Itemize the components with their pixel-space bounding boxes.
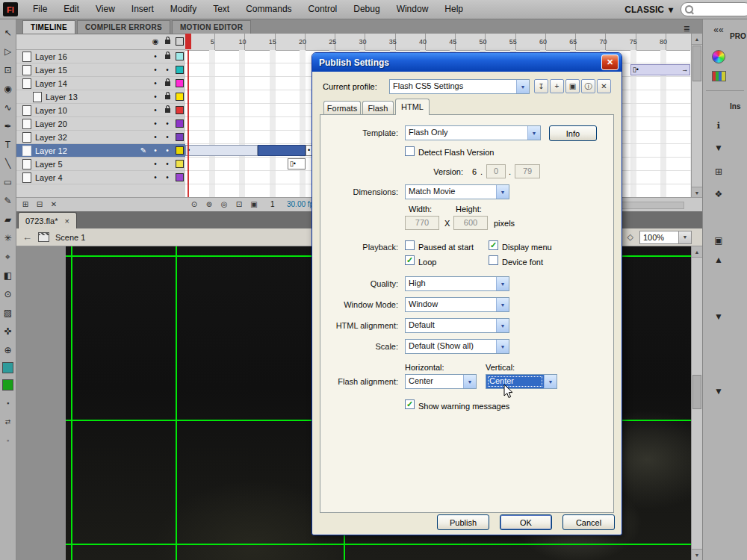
black-white-chip-icon[interactable]: ▪: [1, 396, 15, 409]
dialog-tab-html[interactable]: HTML: [395, 99, 430, 115]
edit-symbol-icon[interactable]: ◇: [627, 232, 633, 242]
panel-expander-icon[interactable]: ▼: [710, 143, 727, 153]
scrollbar-thumb[interactable]: [692, 375, 701, 409]
display-menu-checkbox[interactable]: ✓: [489, 240, 498, 250]
layer-visibility-dot[interactable]: •: [149, 79, 161, 87]
layer-visibility-dot[interactable]: •: [149, 119, 161, 128]
close-icon[interactable]: ×: [64, 217, 69, 225]
layer-row-layer-13[interactable]: Layer 13•: [16, 90, 185, 104]
align-panel-icon[interactable]: ⊞: [710, 167, 727, 177]
edit-multiple-frames-icon[interactable]: ⊡: [233, 199, 245, 210]
version-minor-field[interactable]: 0: [486, 164, 506, 178]
collapse-dock-icon[interactable]: ««: [710, 25, 727, 35]
layer-visibility-dot[interactable]: •: [149, 52, 161, 60]
window-mode-select[interactable]: Window ▼: [405, 297, 509, 312]
brush-tool[interactable]: ▰: [1, 213, 15, 225]
delete-profile-button[interactable]: ✕: [597, 79, 611, 93]
zoom-tool[interactable]: ⊕: [1, 343, 15, 356]
swap-colors-icon[interactable]: ⇄: [1, 415, 15, 428]
panel-expander2-icon[interactable]: ▼: [710, 311, 727, 322]
dialog-tab-formats[interactable]: Formats: [323, 101, 361, 114]
lasso-tool[interactable]: ∿: [1, 101, 15, 113]
close-button[interactable]: ✕: [601, 55, 619, 70]
version-revision-field[interactable]: 79: [515, 164, 540, 178]
layer-row-layer-12[interactable]: Layer 12✎••: [16, 144, 185, 158]
menu-modify[interactable]: Modify: [162, 0, 205, 19]
zoom-select[interactable]: 100% ▼: [639, 231, 692, 244]
layer-lock-dot[interactable]: [161, 55, 173, 59]
quality-select[interactable]: High ▼: [405, 276, 509, 291]
panel-expander3-icon[interactable]: ▼: [710, 386, 727, 396]
menu-view[interactable]: View: [87, 0, 123, 19]
playhead-line[interactable]: [187, 50, 189, 198]
layer-row-layer-32[interactable]: Layer 32••: [16, 131, 185, 144]
menu-control[interactable]: Control: [300, 0, 346, 19]
info-button[interactable]: Info: [549, 125, 597, 141]
layer-visibility-dot[interactable]: •: [149, 173, 161, 181]
dimensions-select[interactable]: Match Movie ▼: [405, 184, 509, 199]
scroll-up-icon[interactable]: ▲: [692, 34, 702, 45]
show-warning-messages-checkbox[interactable]: ✓: [405, 399, 415, 409]
layer-visibility-dot[interactable]: •: [149, 93, 161, 101]
onion-skin-outlines-icon[interactable]: ◎: [218, 199, 230, 210]
layer-row-layer-20[interactable]: Layer 20••: [16, 117, 185, 131]
dialog-titlebar[interactable]: Publish Settings ✕: [312, 53, 622, 72]
layer-lock-dot[interactable]: •: [161, 66, 173, 74]
text-tool[interactable]: T: [1, 138, 15, 151]
eyedropper-tool[interactable]: ⊙: [1, 287, 15, 300]
timeline-vertical-scrollbar[interactable]: ▲ ▼: [691, 34, 702, 198]
stage-vertical-scrollbar[interactable]: ▲ ▼: [691, 246, 702, 560]
scroll-up-icon[interactable]: ▲: [692, 246, 702, 258]
profile-properties-button[interactable]: ⓘ: [581, 79, 595, 93]
layer-visibility-dot[interactable]: •: [149, 160, 161, 168]
template-select[interactable]: Flash Only ▼: [405, 125, 541, 140]
color-panel-icon[interactable]: [712, 50, 725, 63]
ok-button[interactable]: OK: [500, 514, 552, 530]
rectangle-tool[interactable]: ▭: [1, 175, 15, 188]
selection-tool[interactable]: ↖: [1, 26, 15, 39]
snapshot-icon[interactable]: ▣: [710, 235, 727, 246]
delete-layer-button[interactable]: ✕: [48, 199, 60, 210]
workspace-switcher[interactable]: CLASSIC ▾: [624, 4, 673, 15]
tab-compiler-errors[interactable]: COMPILER ERRORS: [77, 20, 170, 34]
layer-row-layer-10[interactable]: Layer 10•: [16, 104, 185, 117]
loop-checkbox[interactable]: ✓: [405, 255, 415, 265]
swatches-panel-icon[interactable]: [712, 71, 726, 81]
show-hide-all-icon[interactable]: ◉: [149, 37, 161, 46]
eraser-tool[interactable]: ▨: [1, 306, 15, 319]
new-layer-button[interactable]: ⊞: [19, 199, 31, 210]
frame-span[interactable]: ▯•: [288, 158, 306, 169]
publish-button[interactable]: Publish: [437, 514, 489, 530]
tab-motion-editor[interactable]: MOTION EDITOR: [172, 20, 251, 34]
tool-options-icon[interactable]: ▫: [1, 434, 15, 447]
height-field[interactable]: 600: [453, 216, 488, 230]
hand-tool[interactable]: ✜: [1, 325, 15, 337]
scroll-down-icon[interactable]: ▼: [692, 549, 702, 560]
layer-visibility-dot[interactable]: •: [149, 66, 161, 74]
scroll-down-icon[interactable]: ▼: [692, 187, 702, 198]
center-frame-icon[interactable]: ⊙: [188, 199, 200, 210]
search-input[interactable]: [681, 2, 747, 16]
paused-at-start-checkbox[interactable]: [405, 240, 415, 250]
free-transform-tool[interactable]: ⊡: [1, 63, 15, 76]
panel-menu-icon[interactable]: ≣: [684, 24, 690, 34]
onion-skin-icon[interactable]: ⊚: [203, 199, 215, 210]
fill-color-chip[interactable]: [2, 379, 13, 391]
layer-lock-dot[interactable]: •: [161, 119, 173, 128]
layer-visibility-dot[interactable]: •: [149, 106, 161, 114]
import-profile-button[interactable]: ↧: [534, 79, 548, 93]
frame-span[interactable]: •: [185, 145, 258, 156]
html-alignment-select[interactable]: Default ▼: [405, 318, 509, 333]
bone-tool[interactable]: ⌖: [1, 250, 15, 263]
duplicate-profile-button[interactable]: ▣: [565, 79, 580, 93]
detect-flash-version-checkbox[interactable]: [405, 146, 415, 156]
device-font-checkbox[interactable]: [489, 255, 498, 265]
back-button[interactable]: ←: [22, 231, 32, 243]
transform-panel-icon[interactable]: ❖: [710, 189, 727, 199]
menu-edit[interactable]: Edit: [55, 0, 87, 19]
layer-lock-dot[interactable]: •: [161, 173, 173, 181]
new-profile-button[interactable]: +: [550, 79, 564, 93]
lock-all-icon[interactable]: [161, 40, 173, 44]
layer-lock-dot[interactable]: •: [161, 133, 173, 141]
menu-window[interactable]: Window: [388, 0, 437, 19]
